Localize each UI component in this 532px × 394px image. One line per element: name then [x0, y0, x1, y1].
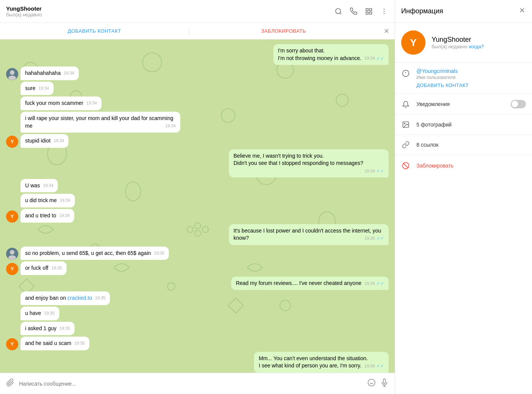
- message-meta: 19:34 ✓✓: [364, 168, 384, 174]
- table-row: and enjoy ban on cracked.to 19:35: [6, 291, 389, 305]
- message-input[interactable]: [19, 381, 363, 387]
- info-photos-row[interactable]: 5 фотографий: [395, 115, 532, 135]
- message-bubble: stupid idiot 19:34: [21, 134, 68, 148]
- message-meta: 19:34: [54, 138, 64, 144]
- message-time: 19:34: [86, 100, 97, 106]
- message-bubble: hahahahahaha 19:34: [21, 66, 79, 80]
- info-close-button[interactable]: [518, 6, 526, 16]
- message-time: 19:34: [38, 85, 49, 91]
- message-time: 19:34: [64, 70, 74, 76]
- message-text: i asked 1 guy: [25, 325, 57, 331]
- message-meta: 19:35: [95, 295, 106, 301]
- phone-icon[interactable]: [349, 7, 358, 16]
- message-bubble: Read my forum reviews.... I've never che…: [231, 277, 389, 290]
- info-status: был(а) недавно: [432, 44, 467, 49]
- double-check-icon: ✓✓: [376, 168, 384, 174]
- message-time: 19:35: [74, 340, 85, 346]
- message-time: 19:36: [364, 363, 375, 369]
- app-container: YungShooter был(а) недавно ДОБАВИ: [0, 0, 532, 394]
- message-bubble: and enjoy ban on cracked.to 19:35: [21, 291, 110, 305]
- svg-line-42: [403, 163, 408, 168]
- info-links-row[interactable]: 8 ссылок: [395, 135, 532, 155]
- chat-area: YungShooter был(а) недавно ДОБАВИ: [0, 0, 395, 394]
- double-check-icon: ✓✓: [376, 235, 384, 242]
- message-bubble: fuck your mom scammer 19:34: [21, 97, 102, 110]
- info-row-content: @Youngcriminals Имя пользователя ДОБАВИТ…: [416, 68, 526, 88]
- message-meta: 19:35 ✓✓: [364, 235, 384, 242]
- mic-icon[interactable]: [380, 378, 389, 389]
- avatar: Y: [6, 338, 18, 350]
- table-row: fuck your mom scammer 19:34: [6, 97, 389, 110]
- message-meta: 19:34: [64, 70, 74, 76]
- table-row: u have 19:35: [6, 307, 389, 320]
- table-row: Y and u tried to 19:34: [6, 209, 389, 223]
- block-user-label: Заблокировать: [416, 163, 454, 169]
- cracked-link[interactable]: cracked.to: [67, 295, 92, 301]
- svg-point-5: [384, 8, 385, 9]
- message-text: I'm sorry about that.I'm not throwing mo…: [278, 47, 362, 61]
- message-text: sure: [25, 85, 35, 91]
- message-text: Believe me, I wasn't trying to trick you…: [233, 153, 363, 166]
- table-row: i will rape your sister, your mom and ki…: [6, 112, 389, 133]
- double-check-icon: ✓✓: [376, 55, 384, 62]
- search-icon[interactable]: [334, 7, 343, 16]
- message-bubble: U was 19:34: [21, 179, 58, 193]
- table-row: Y stupid idiot 19:34: [6, 134, 389, 148]
- message-meta: 19:35: [51, 265, 62, 271]
- svg-rect-2: [370, 8, 372, 11]
- info-notifications-row: Уведомления: [395, 94, 532, 115]
- info-add-contact-button[interactable]: ДОБАВИТЬ КОНТАКТ: [416, 82, 526, 88]
- message-meta: 19:35: [44, 310, 55, 316]
- attach-icon[interactable]: [6, 378, 14, 389]
- action-close-button[interactable]: ✕: [378, 27, 395, 35]
- message-text: and he said u scam: [25, 340, 71, 346]
- add-contact-button[interactable]: ДОБАВИТЬ КОНТАКТ: [0, 28, 189, 34]
- message-meta: 19:34 ✓✓: [364, 55, 384, 62]
- more-icon[interactable]: [380, 7, 389, 16]
- message-meta: 19:35: [154, 250, 165, 256]
- notifications-icon: [401, 100, 410, 109]
- message-time: 19:35: [364, 236, 375, 241]
- table-row: U was 19:34: [6, 179, 389, 193]
- table-row: i asked 1 guy 19:35: [6, 322, 389, 335]
- message-text: stupid idiot: [25, 138, 51, 144]
- info-status-when: когда?: [469, 44, 484, 49]
- message-text: u have: [25, 310, 41, 316]
- svg-rect-4: [366, 12, 368, 14]
- emoji-icon[interactable]: [367, 378, 376, 389]
- message-meta: 19:35: [60, 326, 70, 331]
- photos-count: 5 фотографий: [416, 122, 526, 128]
- message-text: Read my forum reviews.... I've never che…: [236, 280, 361, 286]
- table-row: I'm sorry about that.I'm not throwing mo…: [6, 44, 389, 65]
- message-meta: 19:34: [60, 198, 70, 203]
- photos-icon: [401, 120, 410, 129]
- svg-point-7: [384, 13, 385, 14]
- message-text: Mm... You can't even understand the situ…: [259, 355, 368, 369]
- message-bubble: Believe me, I wasn't trying to trick you…: [229, 149, 389, 177]
- message-meta: 19:36 ✓✓: [364, 363, 384, 369]
- block-button[interactable]: ЗАБЛОКИРОВАТЬ: [189, 28, 378, 34]
- links-icon: [401, 140, 410, 149]
- message-time: 19:34: [54, 138, 64, 144]
- message-time: 19:34: [43, 183, 54, 188]
- message-meta: 19:34: [43, 183, 54, 188]
- message-time: 19:34: [60, 198, 70, 203]
- svg-point-29: [368, 379, 375, 386]
- svg-point-28: [8, 255, 16, 260]
- message-meta: 19:35: [74, 340, 85, 346]
- info-username-row: @Youngcriminals Имя пользователя ДОБАВИТ…: [395, 63, 532, 94]
- message-time: 19:34: [364, 55, 375, 61]
- table-row: It's because I lost power and I couldn't…: [6, 224, 389, 245]
- notifications-toggle[interactable]: [511, 100, 526, 108]
- layout-icon[interactable]: [364, 7, 373, 16]
- message-bubble: and u tried to 19:34: [21, 209, 74, 223]
- table-row: sure 19:34: [6, 82, 389, 95]
- message-time: 19:34: [59, 213, 70, 218]
- table-row: Y and he said u scam 19:35: [6, 337, 389, 350]
- message-bubble: and he said u scam 19:35: [21, 337, 89, 350]
- info-block-row[interactable]: Заблокировать: [395, 155, 532, 176]
- message-time: 19:35: [154, 250, 165, 256]
- message-time: 19:34: [364, 168, 375, 174]
- message-bubble: i will rape your sister, your mom and ki…: [21, 112, 180, 133]
- message-meta: 19:34: [38, 85, 49, 91]
